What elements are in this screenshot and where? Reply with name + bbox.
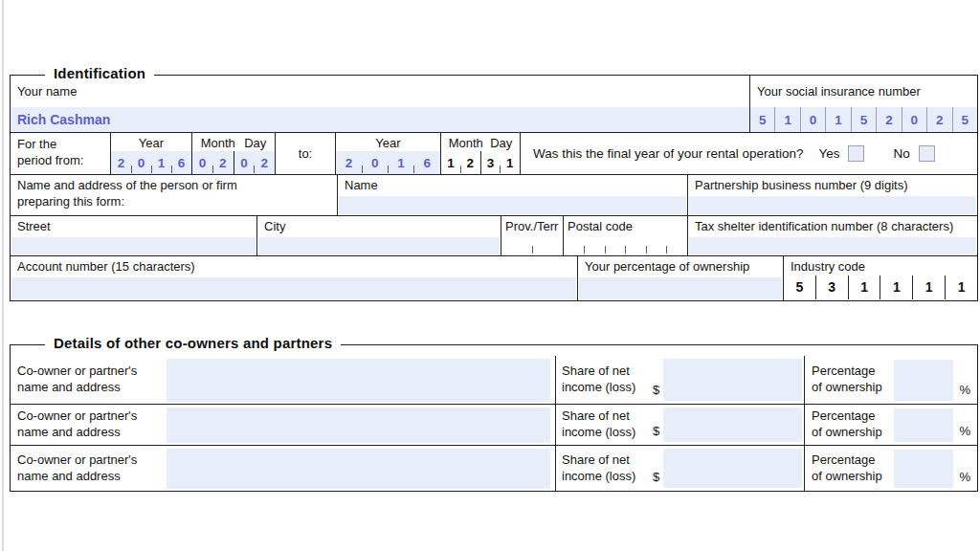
to-year-input[interactable]: 2016 xyxy=(336,151,440,174)
identification-section-title: Identification xyxy=(45,65,154,81)
from-year-label: Year xyxy=(111,133,191,151)
preparer-row: Name and address of the person or firm p… xyxy=(11,174,977,215)
percentage-field[interactable] xyxy=(894,450,953,488)
percentage-field[interactable] xyxy=(894,408,953,442)
digit-cell: 2 xyxy=(926,107,951,132)
percent-sign: % xyxy=(953,424,970,438)
street-cell: Street xyxy=(11,216,256,255)
share-field[interactable] xyxy=(663,408,802,442)
digit-cell: 1 xyxy=(389,151,414,174)
share-label: Share of net income (loss) xyxy=(562,408,653,440)
co-owner-row: Co-owner or partner's name and address S… xyxy=(11,404,977,445)
percentage-label: Percentage of ownership xyxy=(812,452,894,484)
digit-cell: 2 xyxy=(460,151,479,174)
digit-cell: 5 xyxy=(750,107,774,132)
digit-cell: 5 xyxy=(784,276,815,299)
account-number-label: Account number (15 characters) xyxy=(11,256,577,276)
from-day-input[interactable]: 02 xyxy=(234,151,276,174)
digit-cell: 0 xyxy=(800,107,825,132)
digit-cell: 2 xyxy=(876,107,901,132)
to-monthday-label: Month Day xyxy=(441,133,520,151)
prov-terr-label: Prov./Terr xyxy=(501,216,563,235)
from-month-input[interactable]: 02 xyxy=(192,151,234,174)
ownership-field[interactable] xyxy=(579,277,782,299)
city-field[interactable] xyxy=(258,237,500,254)
your-name-field[interactable]: Rich Cashman xyxy=(11,107,749,132)
sin-cell: Your social insurance number 510152025 xyxy=(749,76,977,132)
period-row: For the period from: Year 2016 Month Day… xyxy=(11,132,977,174)
percentage-field[interactable] xyxy=(894,360,953,401)
co-owner-name-label: Co-owner or partner's name and address xyxy=(17,408,163,440)
final-year-cell: Was this the final year of your rental o… xyxy=(520,133,977,174)
dollar-sign: $ xyxy=(653,470,659,484)
industry-code-label: Industry code xyxy=(784,256,977,276)
from-year-input[interactable]: 2016 xyxy=(111,151,191,174)
dollar-sign: $ xyxy=(653,424,659,438)
digit-cell: 1 xyxy=(848,276,880,299)
digit-cell: 1 xyxy=(151,151,171,174)
prov-terr-input[interactable] xyxy=(501,235,563,254)
industry-code-cell: Industry code 531111 xyxy=(783,256,977,300)
page-edge xyxy=(2,0,4,551)
digit-cell: 1 xyxy=(501,151,520,174)
sin-label: Your social insurance number xyxy=(750,76,977,107)
no-label: No xyxy=(893,146,909,161)
preparer-name-field[interactable] xyxy=(339,196,686,214)
ownership-cell: Your percentage of ownership xyxy=(577,256,783,300)
address-row: Street City Prov./Terr Postal code Tax s… xyxy=(11,215,977,255)
percent-sign: % xyxy=(953,470,970,484)
dollar-sign: $ xyxy=(653,383,659,397)
share-field[interactable] xyxy=(663,359,802,401)
ownership-label: Your percentage of ownership xyxy=(578,256,783,276)
from-monthday-label: Month Day xyxy=(192,133,275,151)
partnership-number-cell: Partnership business number (9 digits) xyxy=(687,175,977,215)
share-label: Share of net income (loss) xyxy=(562,452,653,484)
from-monthday-input[interactable]: 02 02 xyxy=(192,151,275,174)
final-year-question: Was this the final year of your rental o… xyxy=(533,146,803,161)
preparer-name-label: Name xyxy=(338,175,687,194)
digit-cell: 1 xyxy=(912,276,945,299)
digit-cell: 2 xyxy=(212,151,233,174)
to-month-input[interactable]: 12 xyxy=(441,151,480,174)
identification-section: Identification Your name Rich Cashman Yo… xyxy=(10,75,978,301)
no-checkbox[interactable] xyxy=(919,145,935,162)
to-label: to: xyxy=(275,133,335,174)
digit-cell: 1 xyxy=(774,107,799,132)
city-cell: City xyxy=(256,216,501,255)
industry-code-input[interactable]: 531111 xyxy=(784,276,977,299)
digit-cell: 1 xyxy=(945,276,977,299)
account-number-field[interactable] xyxy=(11,277,576,299)
digit-cell: 0 xyxy=(362,151,388,174)
yes-label: Yes xyxy=(818,146,839,161)
digit-cell: 3 xyxy=(481,151,501,174)
preparer-name-cell: Name xyxy=(337,175,687,215)
street-field[interactable] xyxy=(11,237,256,254)
digit-cell: 2 xyxy=(336,151,362,174)
share-label: Share of net income (loss) xyxy=(562,364,653,395)
partnership-number-field[interactable] xyxy=(689,196,976,214)
period-from-label: For the period from: xyxy=(11,133,110,174)
tax-shelter-cell: Tax shelter identification number (8 cha… xyxy=(687,216,977,255)
digit-cell: 5 xyxy=(851,107,876,132)
yes-checkbox[interactable] xyxy=(848,145,864,162)
street-label: Street xyxy=(11,216,256,235)
co-owner-name-field[interactable] xyxy=(167,449,550,489)
to-monthday-input[interactable]: 12 31 xyxy=(441,151,520,174)
share-field[interactable] xyxy=(663,449,802,488)
co-owner-name-field[interactable] xyxy=(167,408,550,443)
account-number-cell: Account number (15 characters) xyxy=(11,256,577,300)
to-day-input[interactable]: 31 xyxy=(480,151,521,174)
percentage-label: Percentage of ownership xyxy=(812,364,894,395)
tax-shelter-label: Tax shelter identification number (8 cha… xyxy=(688,216,977,235)
to-year-group: Year 2016 xyxy=(335,133,440,174)
percentage-label: Percentage of ownership xyxy=(812,408,894,440)
prov-terr-cell: Prov./Terr xyxy=(501,216,563,255)
sin-input[interactable]: 510152025 xyxy=(750,107,977,132)
co-owner-row: Co-owner or partner's name and address S… xyxy=(11,345,977,404)
postal-code-cell: Postal code xyxy=(563,216,687,255)
postal-code-input[interactable] xyxy=(564,235,687,254)
tax-shelter-field[interactable] xyxy=(689,237,976,254)
co-owner-name-field[interactable] xyxy=(167,359,550,402)
digit-cell: 0 xyxy=(902,107,926,132)
digit-cell: 5 xyxy=(952,107,977,132)
